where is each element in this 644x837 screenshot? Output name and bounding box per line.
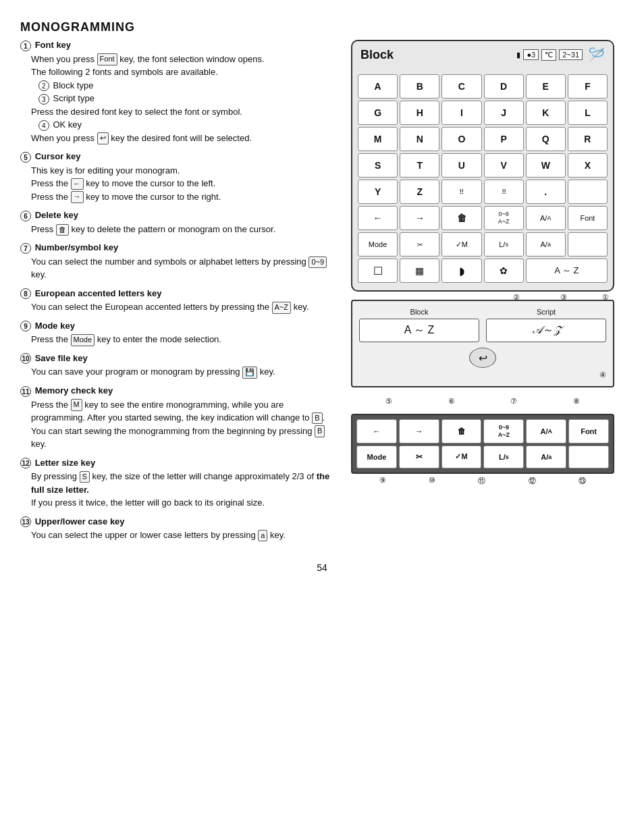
kb-letters-row3[interactable]: M N O P Q R	[358, 127, 608, 151]
key-blank	[568, 180, 608, 204]
key-left-arrow[interactable]: ←	[358, 206, 398, 230]
key-U[interactable]: U	[441, 153, 481, 178]
key-Q[interactable]: Q	[526, 127, 566, 151]
kb-function-row3[interactable]: ☐ ▦ ◗ ✿ A ～ Z	[358, 259, 608, 283]
key-B[interactable]: B	[400, 74, 439, 99]
key-right-arrow[interactable]: →	[400, 206, 439, 230]
callout-8: ⑧	[573, 397, 580, 406]
ok-icon[interactable]: ↩	[469, 348, 496, 368]
callout-12: ⑫	[529, 476, 536, 486]
key-scissors[interactable]: ✂	[400, 232, 439, 256]
keyboard-panel: Block ▮ ●3 ℃ 2~31 🪡 _ A B C D E	[351, 40, 614, 292]
bottom-row1[interactable]: ← → 🗑 0~9A~Z A/A Font	[356, 419, 609, 443]
key-moon[interactable]: ◗	[441, 259, 481, 283]
bottom-key-mode[interactable]: Mode	[356, 446, 397, 468]
callout-10: ⑩	[429, 476, 435, 486]
bottom-key-left[interactable]: ←	[356, 419, 397, 443]
section-number-key: 7 Number/symbol key You can select the n…	[20, 242, 338, 281]
font-ok-button[interactable]: ↩	[359, 348, 606, 368]
bottom-key-blank	[568, 446, 609, 468]
bottom-key-right[interactable]: →	[399, 419, 439, 443]
section-font-key: 1 Font key When you press Font key, the …	[20, 40, 338, 144]
bottom-key-font[interactable]: Font	[568, 419, 609, 443]
key-M[interactable]: M	[358, 127, 398, 151]
kb-header: Block ▮ ●3 ℃ 2~31 🪡	[358, 47, 608, 63]
key-K[interactable]: K	[526, 101, 566, 125]
bottom-row2[interactable]: Mode ✂ ✓M L/s A/a	[356, 446, 609, 468]
section-memory-key: 11 Memory check key Press the M key to s…	[20, 385, 338, 451]
key-C[interactable]: C	[441, 74, 481, 99]
kb-letters-row1[interactable]: A B C D E F	[358, 74, 608, 99]
key-V[interactable]: V	[484, 153, 524, 178]
key-R[interactable]: R	[568, 127, 608, 151]
bottom-diagram-wrapper: ⑤ ⑥ ⑦ ⑧ ← → 🗑 0~9A~Z A/A Font Mode	[351, 397, 614, 486]
key-letter-size[interactable]: A/A	[526, 206, 566, 230]
key-I[interactable]: I	[441, 101, 481, 125]
bottom-key-size[interactable]: A/A	[526, 419, 566, 443]
bottom-key-checkm[interactable]: ✓M	[441, 446, 482, 468]
script-label: Script	[486, 308, 606, 316]
kb-title: Block	[360, 48, 394, 62]
kb-letters-row4[interactable]: S T U V W X	[358, 153, 608, 178]
callout-7: ⑦	[510, 397, 517, 406]
key-N[interactable]: N	[400, 127, 439, 151]
key-blank2	[568, 232, 608, 256]
key-grid2[interactable]: ⠿	[484, 180, 524, 204]
kb-function-row2[interactable]: Mode ✂ ✓M L/s A/a	[358, 232, 608, 256]
key-Z[interactable]: Z	[400, 180, 439, 204]
key-E[interactable]: E	[526, 74, 566, 99]
bottom-key-sew[interactable]: ✂	[399, 446, 439, 468]
script-display[interactable]: 𝒜～𝒵	[486, 319, 606, 342]
key-G[interactable]: G	[358, 101, 398, 125]
key-T[interactable]: T	[400, 153, 439, 178]
section-size-key: 12 Letter size key By pressing S key, th…	[20, 458, 338, 510]
bottom-key-aa[interactable]: A/a	[526, 446, 566, 468]
key-A[interactable]: A	[358, 74, 398, 99]
key-grid-view[interactable]: ▦	[400, 259, 439, 283]
key-L[interactable]: L	[568, 101, 608, 125]
kb-letters-row5[interactable]: Y Z ⠿ ⠿ .	[358, 180, 608, 204]
bottom-key-num[interactable]: 0~9A~Z	[483, 419, 524, 443]
key-D[interactable]: D	[484, 74, 524, 99]
key-l-s[interactable]: L/s	[484, 232, 524, 256]
key-mode[interactable]: Mode	[358, 232, 398, 256]
key-check-m[interactable]: ✓M	[441, 232, 481, 256]
left-column: 1 Font key When you press Font key, the …	[20, 40, 338, 549]
key-period[interactable]: .	[526, 180, 566, 204]
key-num-sym[interactable]: 0~9A~Z	[484, 206, 524, 230]
block-label: Block	[359, 308, 479, 316]
kb-letters-row2[interactable]: G H I J K L	[358, 101, 608, 125]
page-title: MONOGRAMMING	[20, 20, 624, 34]
key-H[interactable]: H	[400, 101, 439, 125]
callout-6: ⑥	[448, 397, 455, 406]
right-column: Block ▮ ●3 ℃ 2~31 🪡 _ A B C D E	[351, 40, 614, 549]
section-case-key: 13 Upper/lower case key You can select t…	[20, 516, 338, 542]
key-grid1[interactable]: ⠿	[441, 180, 481, 204]
font-popup: Block A ～ Z Script 𝒜～𝒵 ↩ ④	[351, 300, 614, 387]
font-key-body: When you press Font key, the font select…	[20, 53, 338, 145]
block-display[interactable]: A ～ Z	[359, 319, 479, 342]
key-delete[interactable]: 🗑	[441, 206, 481, 230]
key-W[interactable]: W	[526, 153, 566, 178]
callout-4: ④	[599, 371, 606, 379]
page-number: 54	[20, 562, 624, 573]
key-O[interactable]: O	[441, 127, 481, 151]
key-P[interactable]: P	[484, 127, 524, 151]
key-upper-lower[interactable]: A/a	[526, 232, 566, 256]
font-script-option[interactable]: Script 𝒜～𝒵	[486, 308, 606, 342]
num-1: 1	[20, 40, 31, 51]
font-block-option[interactable]: Block A ～ Z	[359, 308, 479, 342]
key-J[interactable]: J	[484, 101, 524, 125]
key-F[interactable]: F	[568, 74, 608, 99]
bottom-key-ls[interactable]: L/s	[483, 446, 524, 468]
key-flower[interactable]: ✿	[484, 259, 524, 283]
key-az-range[interactable]: A ～ Z	[526, 259, 608, 283]
key-S[interactable]: S	[358, 153, 398, 178]
key-font[interactable]: Font	[568, 206, 608, 230]
kb-function-row1[interactable]: ← → 🗑 0~9A~Z A/A Font	[358, 206, 608, 230]
key-Y[interactable]: Y	[358, 180, 398, 204]
key-edit[interactable]: ☐	[358, 259, 398, 283]
section-delete-key: 6 Delete key Press 🗑 key to delete the p…	[20, 210, 338, 236]
key-X[interactable]: X	[568, 153, 608, 178]
bottom-key-delete[interactable]: 🗑	[441, 419, 482, 443]
